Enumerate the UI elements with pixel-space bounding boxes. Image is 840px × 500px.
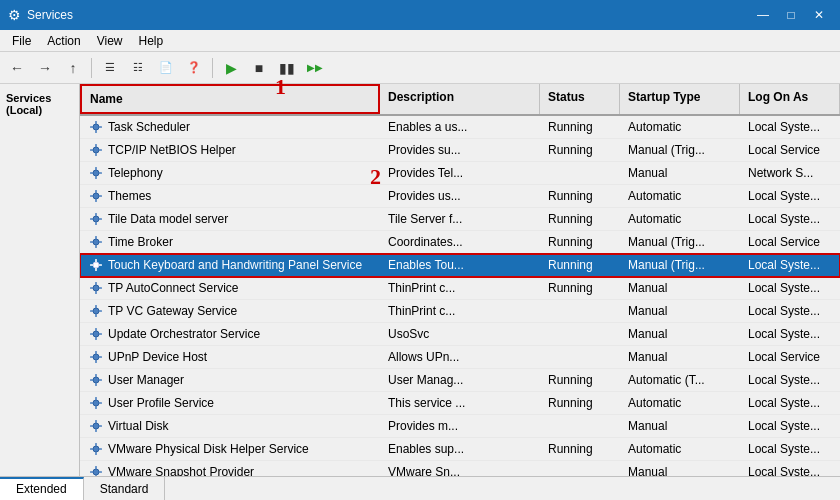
service-startup-cell: Manual (Trig... — [620, 231, 740, 253]
service-status-cell: Running — [540, 208, 620, 230]
svg-rect-68 — [90, 425, 93, 427]
tab-extended[interactable]: Extended — [0, 477, 84, 500]
svg-rect-79 — [99, 471, 102, 473]
table-body: Task SchedulerEnables a us...RunningAuto… — [80, 116, 840, 476]
col-header-description[interactable]: Description — [380, 84, 540, 114]
table-row[interactable]: User Profile ServiceThis service ...Runn… — [80, 392, 840, 415]
menu-view[interactable]: View — [89, 32, 131, 50]
svg-rect-69 — [99, 425, 102, 427]
service-status-cell: Running — [540, 116, 620, 138]
service-name-cell: Touch Keyboard and Handwriting Panel Ser… — [80, 254, 380, 276]
svg-point-60 — [93, 400, 99, 406]
maximize-button[interactable]: □ — [778, 5, 804, 25]
toolbar-forward[interactable]: → — [32, 56, 58, 80]
svg-point-65 — [93, 423, 99, 429]
service-icon — [88, 464, 104, 476]
table-row[interactable]: UPnP Device HostAllows UPn...ManualLocal… — [80, 346, 840, 369]
table-row[interactable]: TP VC Gateway ServiceThinPrint c...Manua… — [80, 300, 840, 323]
title-bar-title: Services — [27, 8, 73, 22]
svg-point-35 — [93, 285, 99, 291]
toolbar-start[interactable]: ▶ — [218, 56, 244, 80]
svg-rect-31 — [95, 259, 97, 262]
toolbar-up[interactable]: ↑ — [60, 56, 86, 80]
minimize-button[interactable]: — — [750, 5, 776, 25]
col-header-logon[interactable]: Log On As — [740, 84, 840, 114]
svg-rect-42 — [95, 314, 97, 317]
service-name-cell: Telephony — [80, 162, 380, 184]
service-icon — [88, 165, 104, 181]
close-button[interactable]: ✕ — [806, 5, 832, 25]
table-row[interactable]: Time BrokerCoordinates...RunningManual (… — [80, 231, 840, 254]
svg-rect-46 — [95, 328, 97, 331]
svg-rect-14 — [99, 172, 102, 174]
svg-rect-51 — [95, 351, 97, 354]
svg-rect-11 — [95, 167, 97, 170]
svg-point-10 — [93, 170, 99, 176]
svg-rect-13 — [90, 172, 93, 174]
toolbar-back[interactable]: ← — [4, 56, 30, 80]
left-panel-title: Services (Local) — [6, 92, 73, 116]
toolbar-show-hide[interactable]: ☰ — [97, 56, 123, 80]
toolbar-stop[interactable]: ■ — [246, 56, 272, 80]
service-icon — [88, 372, 104, 388]
table-row[interactable]: VMware Physical Disk Helper ServiceEnabl… — [80, 438, 840, 461]
table-row[interactable]: TelephonyProvides Tel...ManualNetwork S.… — [80, 162, 840, 185]
svg-rect-78 — [90, 471, 93, 473]
service-logon-cell: Local Service — [740, 231, 840, 253]
svg-rect-1 — [95, 121, 97, 124]
toolbar-sep-1 — [91, 58, 92, 78]
service-desc-cell: This service ... — [380, 392, 540, 414]
service-startup-cell: Manual (Trig... — [620, 139, 740, 161]
svg-rect-8 — [90, 149, 93, 151]
table-row[interactable]: Touch Keyboard and Handwriting Panel Ser… — [80, 254, 840, 277]
service-icon — [88, 142, 104, 158]
service-status-cell — [540, 461, 620, 476]
svg-rect-74 — [99, 448, 102, 450]
table-row[interactable]: ThemesProvides us...RunningAutomaticLoca… — [80, 185, 840, 208]
toolbar-help[interactable]: ❓ — [181, 56, 207, 80]
service-icon — [88, 441, 104, 457]
service-name-cell: Themes — [80, 185, 380, 207]
menu-help[interactable]: Help — [131, 32, 172, 50]
table-row[interactable]: Tile Data model serverTile Server f...Ru… — [80, 208, 840, 231]
svg-rect-19 — [99, 195, 102, 197]
table-row[interactable]: TP AutoConnect ServiceThinPrint c...Runn… — [80, 277, 840, 300]
menu-file[interactable]: File — [4, 32, 39, 50]
service-desc-cell: ThinPrint c... — [380, 277, 540, 299]
table-row[interactable]: VMware Snapshot ProviderVMware Sn...Manu… — [80, 461, 840, 476]
service-startup-cell: Manual — [620, 346, 740, 368]
toolbar-restart[interactable]: ▶▶ — [302, 56, 328, 80]
tab-standard[interactable]: Standard — [84, 477, 166, 500]
svg-rect-58 — [90, 379, 93, 381]
service-startup-cell: Automatic (T... — [620, 369, 740, 391]
col-header-name[interactable]: Name — [80, 84, 380, 114]
service-icon — [88, 119, 104, 135]
toolbar-list[interactable]: ☷ — [125, 56, 151, 80]
svg-rect-17 — [95, 199, 97, 202]
service-logon-cell: Network S... — [740, 162, 840, 184]
menu-action[interactable]: Action — [39, 32, 88, 50]
svg-point-20 — [93, 216, 99, 222]
table-row[interactable]: Task SchedulerEnables a us...RunningAuto… — [80, 116, 840, 139]
service-logon-cell: Local Syste... — [740, 185, 840, 207]
svg-rect-16 — [95, 190, 97, 193]
table-row[interactable]: User ManagerUser Manag...RunningAutomati… — [80, 369, 840, 392]
table-row[interactable]: Virtual DiskProvides m...ManualLocal Sys… — [80, 415, 840, 438]
service-status-cell: Running — [540, 369, 620, 391]
status-bar: Extended Standard — [0, 476, 840, 500]
service-icon — [88, 257, 104, 273]
service-name-cell: TCP/IP NetBIOS Helper — [80, 139, 380, 161]
col-header-status[interactable]: Status — [540, 84, 620, 114]
svg-rect-47 — [95, 337, 97, 340]
svg-rect-71 — [95, 443, 97, 446]
table-row[interactable]: TCP/IP NetBIOS HelperProvides su...Runni… — [80, 139, 840, 162]
svg-rect-7 — [95, 153, 97, 156]
toolbar-properties[interactable]: 📄 — [153, 56, 179, 80]
col-header-startup[interactable]: Startup Type — [620, 84, 740, 114]
svg-rect-41 — [95, 305, 97, 308]
service-logon-cell: Local Syste... — [740, 116, 840, 138]
table-row[interactable]: Update Orchestrator ServiceUsoSvcManualL… — [80, 323, 840, 346]
service-name-cell: User Manager — [80, 369, 380, 391]
service-startup-cell: Manual — [620, 415, 740, 437]
service-startup-cell: Manual (Trig... — [620, 254, 740, 276]
